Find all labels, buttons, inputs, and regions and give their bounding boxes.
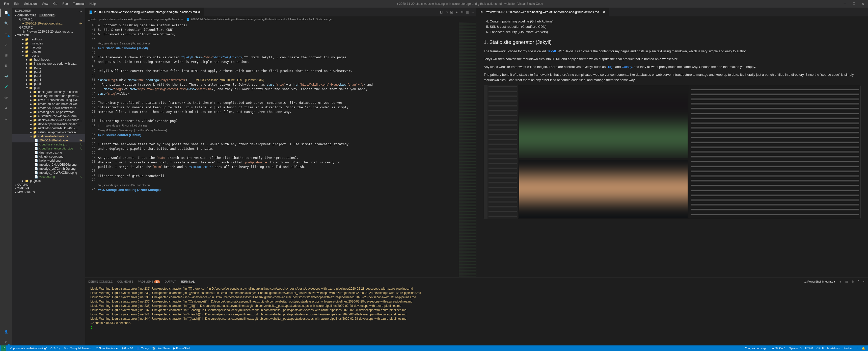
- outline-header[interactable]: ▸OUTLINE: [12, 183, 85, 186]
- file-item[interactable]: 📄 2020-11-20-static-we...9+: [12, 138, 85, 142]
- accounts-icon[interactable]: 👤: [3, 329, 9, 335]
- folder-item[interactable]: ▸ 📁 covid19-prevention-using-pyt...: [12, 98, 85, 102]
- file-item[interactable]: 📄 msedge_hCWRKCBbef.png: [12, 171, 85, 175]
- code-editor[interactable]: 40414243 4445464748495051525354555657585…: [85, 22, 476, 277]
- workspace-header[interactable]: ▾WEBSITE: [12, 34, 85, 37]
- editor-action-icon[interactable]: ⟲: [445, 10, 447, 14]
- statusbar-item[interactable]: You, seconds ago: [743, 347, 769, 350]
- panel-tab-problems[interactable]: PROBLEMS10: [138, 279, 160, 284]
- folder-item[interactable]: ▸ 📁 infrastructure-as-code-with-az...: [12, 62, 85, 66]
- open-editor-item[interactable]: ● 2020-11-20-static-website...9+: [12, 22, 85, 26]
- extensions-icon[interactable]: ▦: [3, 52, 9, 58]
- close-tab-icon[interactable]: ✕: [602, 10, 605, 14]
- folder-item[interactable]: ▸ 📁 netflix-for-nerds-build-2020-...: [12, 126, 85, 130]
- folder-item[interactable]: ▸ 📁 part4: [12, 78, 85, 82]
- minimize-button[interactable]: ─: [842, 2, 848, 5]
- run-debug-icon[interactable]: ▷: [3, 41, 9, 48]
- statusbar-item[interactable]: Jira: Casey Mullineaux:: [62, 347, 94, 350]
- editor-tab-preview[interactable]: 🗎Preview 2020-11-20-static-website-hosti…: [477, 7, 609, 17]
- close-button[interactable]: ✕: [860, 2, 866, 5]
- statusbar-item[interactable]: Ln 58, Col 1: [769, 347, 787, 350]
- folder-item[interactable]: ▸ 📁 bank-grade-security-is-bullshit: [12, 90, 85, 94]
- remote-indicator[interactable]: ⇄: [1, 346, 6, 351]
- file-item[interactable]: 📄 msedge_2NuUGB956q.png: [12, 163, 85, 167]
- breadcrumb[interactable]: _posts› posts› static-website-hosting-wi…: [85, 17, 476, 22]
- source-control-icon[interactable]: ⑂: [3, 31, 9, 37]
- minimap[interactable]: [459, 22, 476, 277]
- folder-item[interactable]: ▸ 📁 _plugins: [12, 50, 85, 54]
- split-terminal-icon[interactable]: ◫: [845, 280, 848, 283]
- statusbar-item[interactable]: ⎇ post/static-website-hosting*: [7, 347, 49, 350]
- preview-link[interactable]: Jekyll: [547, 49, 556, 53]
- statusbar-item[interactable]: UTF-8: [803, 347, 815, 350]
- maximize-button[interactable]: ☐: [851, 2, 857, 5]
- statusbar-item[interactable]: 🔔: [860, 347, 867, 350]
- statusbar-item[interactable]: ⊘ No active issue: [94, 347, 120, 350]
- editor-action-icon[interactable]: ▣: [450, 10, 453, 14]
- statusbar-item[interactable]: Markdown: [826, 347, 842, 350]
- open-editor-preview-item[interactable]: 🗎 Preview 2020-11-20-static-websi...: [12, 30, 85, 34]
- panel-tab-terminal[interactable]: TERMINAL: [181, 279, 195, 284]
- menu-selection[interactable]: Selection: [22, 1, 39, 6]
- open-editors-header[interactable]: ▾OPEN EDITORS1 UNSAVED: [12, 13, 85, 18]
- editor-tab-markdown[interactable]: 📘2020-11-20-static-website-hosting-with-…: [85, 7, 204, 17]
- file-item[interactable]: 📄 dns_records.png: [12, 150, 85, 154]
- file-item[interactable]: 📄 cloudflare_cache.jpgU: [12, 142, 85, 146]
- close-panel-icon[interactable]: ✕: [863, 280, 865, 283]
- panel-tab-comments[interactable]: COMMENTS: [117, 279, 133, 284]
- menu-terminal[interactable]: Terminal: [71, 1, 86, 6]
- posts-folder[interactable]: ▾ 📁 posts: [12, 86, 85, 90]
- file-item[interactable]: 📄 hello_world.png: [12, 158, 85, 163]
- folder-item[interactable]: ▸ 📁 devsecops-with-azure-pipelin...: [12, 122, 85, 126]
- folder-item[interactable]: ▸ 📁 deploy-a-static-website-cont-to...: [12, 118, 85, 122]
- remote-explorer-icon[interactable]: 🖥: [3, 63, 9, 69]
- menu-go[interactable]: Go: [51, 1, 59, 6]
- terminal-body[interactable]: Liquid Warning: Liquid syntax error (lin…: [85, 286, 868, 346]
- folder-item[interactable]: ▸ 📁 _includes: [12, 41, 85, 46]
- editor-action-icon[interactable]: ◧: [440, 10, 442, 14]
- menu-help[interactable]: Help: [88, 1, 98, 6]
- folder-item[interactable]: ▸ 📁 customize-the-windows-termi...: [12, 114, 85, 118]
- folder-item[interactable]: ▾ 📁 _posts: [12, 54, 85, 58]
- statusbar-item[interactable]: ⟳ 2↓ 1↑: [49, 347, 62, 350]
- timeline-header[interactable]: ▸TIMELINE: [12, 186, 85, 191]
- file-item[interactable]: 📄 msedge_cn7CmnhIGg.png: [12, 167, 85, 171]
- folder-item[interactable]: ▸ 📁 setup-unifi-protect-cameras-...: [12, 130, 85, 134]
- current-post-folder[interactable]: ▾ 📁 static-website-hosting-...: [12, 134, 85, 138]
- more-actions-icon[interactable]: ···: [471, 10, 474, 14]
- folder-item[interactable]: ▸ 📁 part2: [12, 70, 85, 74]
- jira-icon[interactable]: ◆: [3, 105, 9, 111]
- explorer-icon[interactable]: 📄: [3, 9, 9, 16]
- statusbar-item[interactable]: ▶ PowerShell: [172, 347, 192, 350]
- folder-item[interactable]: ▸ 📁 part3: [12, 74, 85, 78]
- sidebar-more-icon[interactable]: …: [80, 9, 83, 12]
- folder-item[interactable]: ▸ 📁 _authors: [12, 37, 85, 41]
- folder-item[interactable]: ▸ 📁 create-an-on-air-indicator-wit...: [12, 102, 85, 106]
- statusbar-item[interactable]: 📡 Live Share: [150, 347, 172, 350]
- settings-icon[interactable]: ⚙: [3, 340, 9, 346]
- file-item[interactable]: 📄 cloudflare_encryption.jpgU: [12, 146, 85, 150]
- panel-tab-debug[interactable]: DEBUG CONSOLE: [88, 279, 113, 284]
- menu-edit[interactable]: Edit: [12, 1, 21, 6]
- menu-run[interactable]: Run: [60, 1, 70, 6]
- statusbar-item[interactable]: Spaces: 3: [787, 347, 803, 350]
- menu-view[interactable]: View: [40, 1, 50, 6]
- statusbar-item[interactable]: 👤 Casey: [135, 347, 150, 350]
- projects-folder[interactable]: ▸ 📁 projects: [12, 179, 85, 183]
- terminal-selector[interactable]: 1: PowerShell Integrate ▾: [804, 280, 835, 283]
- menu-file[interactable]: File: [2, 1, 11, 6]
- new-terminal-icon[interactable]: ＋: [839, 280, 842, 284]
- split-editor-icon[interactable]: ◫: [466, 10, 469, 14]
- folder-item[interactable]: ▸ 📁 create-your-own-netflix-for-n...: [12, 106, 85, 110]
- statusbar-item[interactable]: Prettier: [842, 347, 854, 350]
- folder-item[interactable]: ▸ 📁 closing-the-inner-loop-power...: [12, 94, 85, 98]
- statusbar-item[interactable]: ♫: [855, 347, 860, 350]
- folder-item[interactable]: ▸ 📁 _layouts: [12, 46, 85, 50]
- test-icon[interactable]: 🧪: [3, 84, 9, 90]
- folder-item[interactable]: ▸ 📁 hackthebox: [12, 58, 85, 62]
- panel-tab-output[interactable]: OUTPUT: [164, 279, 176, 284]
- preview-link[interactable]: Gatsby: [622, 65, 632, 69]
- file-item[interactable]: 📄 github_secret.png: [12, 154, 85, 158]
- statusbar-item[interactable]: CRLF: [815, 347, 826, 350]
- docker-icon[interactable]: 🐳: [3, 73, 9, 79]
